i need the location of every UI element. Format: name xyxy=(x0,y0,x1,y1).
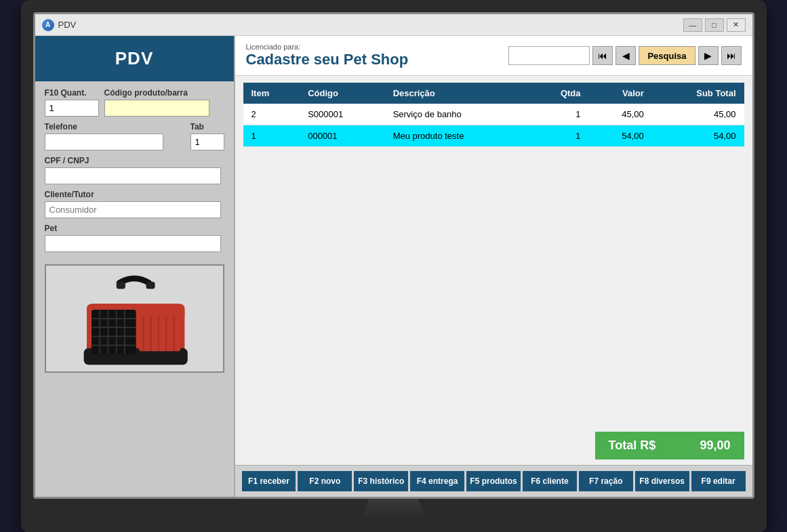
cell-descricao: Meu produto teste xyxy=(385,125,529,147)
sidebar-header: PDV xyxy=(35,36,234,81)
col-item: Item xyxy=(243,83,300,104)
cliente-group: Cliente/Tutor xyxy=(45,190,224,218)
pet-group: Pet xyxy=(45,224,224,252)
window-controls: — □ ✕ xyxy=(683,18,746,32)
window-title: PDV xyxy=(58,20,77,30)
col-descricao: Descrição xyxy=(385,83,529,104)
cpf-group: CPF / CNPJ xyxy=(45,156,224,184)
nav-prev-button[interactable]: ◀ xyxy=(616,46,636,65)
maximize-button[interactable]: □ xyxy=(705,18,724,32)
nav-last-button[interactable]: ⏭ xyxy=(721,46,742,65)
app-icon: A xyxy=(42,19,54,31)
table-header: Item Código Descrição Qtda Valor Sub Tot… xyxy=(243,83,744,104)
items-table: Item Código Descrição Qtda Valor Sub Tot… xyxy=(243,83,744,147)
pesquisa-button[interactable]: Pesquisa xyxy=(639,46,695,65)
cpf-label: CPF / CNPJ xyxy=(45,156,224,165)
fn-button-4[interactable]: F4 entrega xyxy=(410,471,464,491)
title-bar: A PDV — □ ✕ xyxy=(35,14,752,36)
sidebar-form: F10 Quant. Código produto/barra Telefone xyxy=(35,81,234,259)
col-qtda: Qtda xyxy=(529,83,588,104)
stand-base xyxy=(299,519,489,532)
svg-rect-18 xyxy=(117,282,125,289)
fn-button-6[interactable]: F6 cliente xyxy=(523,471,577,491)
cell-subtotal: 54,00 xyxy=(652,125,744,147)
nav-next-button[interactable]: ▶ xyxy=(698,46,719,65)
telefone-label: Telefone xyxy=(45,122,163,131)
pet-image-container xyxy=(45,264,224,373)
sidebar: PDV F10 Quant. Código produto/barra xyxy=(35,36,235,497)
pet-input[interactable] xyxy=(45,235,221,252)
table-row[interactable]: 2 S000001 Serviço de banho 1 45,00 45,00 xyxy=(243,104,744,125)
quant-codigo-row: F10 Quant. Código produto/barra xyxy=(45,88,224,117)
cell-codigo: 000001 xyxy=(300,125,384,147)
fn-button-3[interactable]: F3 histórico xyxy=(354,471,408,491)
nav-controls: ⏮ ◀ Pesquisa ▶ ⏭ xyxy=(508,46,741,65)
cell-qtda: 1 xyxy=(529,125,588,147)
codigo-label: Código produto/barra xyxy=(104,88,209,98)
pet-carrier-image xyxy=(73,271,195,366)
bottom-bar: F1 receberF2 novoF3 históricoF4 entregaF… xyxy=(235,465,752,497)
top-bar: Licenciado para: Cadastre seu Pet Shop ⏮… xyxy=(235,36,752,76)
app-body: PDV F10 Quant. Código produto/barra xyxy=(35,36,752,497)
total-label-text: Total R$ xyxy=(609,438,656,453)
cell-qtda: 1 xyxy=(529,104,588,125)
col-subtotal: Sub Total xyxy=(652,83,744,104)
cliente-input[interactable] xyxy=(45,201,221,218)
tab-input[interactable] xyxy=(190,134,224,150)
cliente-label: Cliente/Tutor xyxy=(45,190,224,199)
fn-button-5[interactable]: F5 produtos xyxy=(466,471,521,491)
cell-valor: 45,00 xyxy=(589,104,652,125)
quant-input[interactable] xyxy=(45,100,99,117)
tab-label: Tab xyxy=(190,122,224,131)
fn-button-1[interactable]: F1 receber xyxy=(242,471,296,491)
phone-tab-row: Telefone Tab xyxy=(45,122,224,150)
table-body: 2 S000001 Serviço de banho 1 45,00 45,00… xyxy=(243,104,744,147)
table-container: Item Código Descrição Qtda Valor Sub Tot… xyxy=(235,76,752,426)
total-display: Total R$ 99,00 xyxy=(595,432,744,459)
close-button[interactable]: ✕ xyxy=(727,18,746,32)
main-area: Licenciado para: Cadastre seu Pet Shop ⏮… xyxy=(235,36,752,497)
total-value: 99,00 xyxy=(700,438,730,453)
total-bar: Total R$ 99,00 xyxy=(235,426,752,465)
cell-valor: 54,00 xyxy=(589,125,652,147)
nav-first-button[interactable]: ⏮ xyxy=(592,46,613,65)
fn-button-2[interactable]: F2 novo xyxy=(298,471,352,491)
telefone-input[interactable] xyxy=(45,134,163,150)
col-valor: Valor xyxy=(589,83,652,104)
title-section: Licenciado para: Cadastre seu Pet Shop xyxy=(246,43,409,68)
quant-label: F10 Quant. xyxy=(45,88,99,98)
codigo-input[interactable] xyxy=(104,100,209,117)
cell-subtotal: 45,00 xyxy=(652,104,744,125)
cell-descricao: Serviço de banho xyxy=(385,104,529,125)
svg-rect-3 xyxy=(92,310,136,354)
col-codigo: Código xyxy=(300,83,384,104)
search-input[interactable] xyxy=(508,46,590,65)
svg-rect-19 xyxy=(146,282,155,289)
fn-button-8[interactable]: F8 diversos xyxy=(635,471,689,491)
telefone-group: Telefone xyxy=(45,122,163,150)
quant-group: F10 Quant. xyxy=(45,88,99,117)
cell-item: 1 xyxy=(243,125,300,147)
fn-button-7[interactable]: F7 ração xyxy=(579,471,633,491)
pet-label: Pet xyxy=(45,224,224,233)
licensed-label: Licenciado para: xyxy=(246,43,409,51)
codigo-group: Código produto/barra xyxy=(104,88,209,117)
cell-item: 2 xyxy=(243,104,300,125)
shop-title: Cadastre seu Pet Shop xyxy=(246,51,409,68)
monitor-stand xyxy=(33,499,754,532)
fn-button-9[interactable]: F9 editar xyxy=(691,471,746,491)
tab-group: Tab xyxy=(190,122,224,150)
minimize-button[interactable]: — xyxy=(683,18,702,32)
cell-codigo: S000001 xyxy=(300,104,384,125)
stand-neck xyxy=(353,499,435,519)
table-row[interactable]: 1 000001 Meu produto teste 1 54,00 54,00 xyxy=(243,125,744,147)
cpf-input[interactable] xyxy=(45,167,221,184)
